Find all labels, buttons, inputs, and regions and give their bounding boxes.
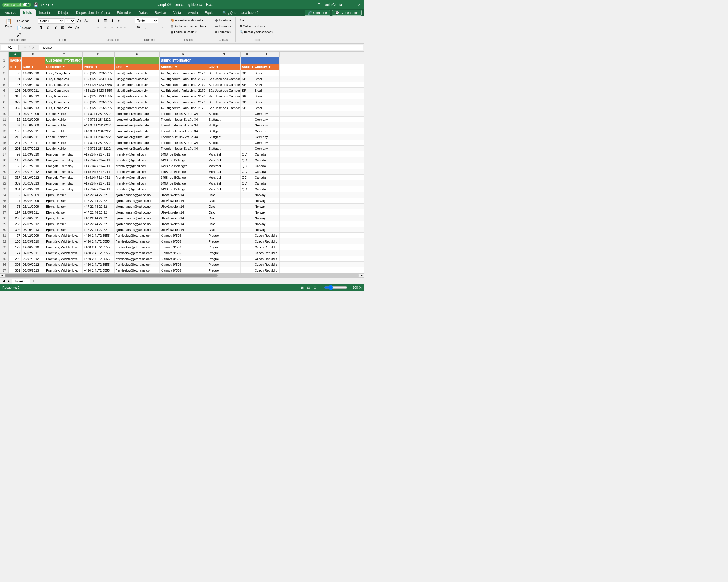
col-header-i[interactable]: I [254,52,280,57]
cell-id-36[interactable]: 306 [9,262,22,267]
cell-state-17[interactable]: QC [241,151,254,157]
cell-country-17[interactable]: Canada [254,151,280,157]
cell-id-18[interactable]: 110 [9,157,22,163]
cell-city-5[interactable]: São José dos Campos [207,82,241,87]
cell-a2[interactable]: Id ▼ [9,64,22,70]
cell-date-17[interactable]: 11/03/2010 [22,151,45,157]
cell-date-35[interactable]: 26/07/2012 [22,256,45,261]
share-button[interactable]: 🔗 Compartir [305,10,330,16]
cell-city-23[interactable]: Montréal [207,186,241,192]
cell-id-23[interactable]: 391 [9,186,22,192]
cell-phone-33[interactable]: +420 2 4172 5555 [83,244,114,250]
cell-phone-14[interactable]: +49 0711 2842222 [83,134,114,140]
cell-date-3[interactable]: 11/03/2010 [22,70,45,76]
cell-phone-7[interactable]: +55 (12) 3923-5555 [83,94,114,99]
cell-email-14[interactable]: leonekohler@surfeu.de [114,134,159,140]
cell-phone-35[interactable]: +420 2 4172 5555 [83,256,114,261]
comments-button[interactable]: 💬 Comentarios [332,10,362,16]
col-header-c[interactable]: C [45,52,83,57]
cell-phone-23[interactable]: +1 (514) 721-4711 [83,186,114,192]
cell-phone-19[interactable]: +1 (514) 721-4711 [83,163,114,169]
cell-phone-17[interactable]: +1 (514) 721-4711 [83,151,114,157]
font-size-selector[interactable]: 12 [65,18,75,24]
cell-address-7[interactable]: Av. Brigadeiro Faria Lima, 2170 [159,94,207,99]
tab-datos[interactable]: Datos [135,9,151,16]
tab-archivo[interactable]: Archivo [1,9,20,16]
cell-customer-32[interactable]: František, Wichterlová [45,238,83,244]
percent-button[interactable]: % [135,24,141,30]
cell-country-35[interactable]: Czech Republic [254,256,280,261]
col-header-h[interactable]: H [241,52,254,57]
confirm-formula-icon[interactable]: ✓ [28,46,30,50]
cell-country-34[interactable]: Czech Republic [254,250,280,256]
cell-id-13[interactable]: 196 [9,128,22,134]
cell-date-13[interactable]: 19/05/2011 [22,128,45,134]
cell-state-25[interactable] [241,198,254,203]
cell-address-10[interactable]: Theodor-Heuss-Straße 34 [159,111,207,116]
cell-address-32[interactable]: Klanova 9/506 [159,238,207,244]
cell-date-34[interactable]: 02/02/2011 [22,250,45,256]
cell-address-5[interactable]: Av. Brigadeiro Faria Lima, 2170 [159,82,207,87]
cell-address-34[interactable]: Klanova 9/506 [159,250,207,256]
cell-date-4[interactable]: 13/06/2010 [22,76,45,81]
cell-address-16[interactable]: Theodor-Heuss-Straße 34 [159,146,207,151]
cell-address-9[interactable]: Av. Brigadeiro Faria Lima, 2170 [159,105,207,110]
cell-customer-11[interactable]: Leonie, Köhler [45,117,83,122]
font-shrink-button[interactable]: A↓ [83,18,89,24]
cell-email-11[interactable]: leonekohler@surfeu.de [114,117,159,122]
cell-country-29[interactable]: Norway [254,221,280,227]
cell-city-28[interactable]: Oslo [207,215,241,221]
zoom-slider[interactable] [324,285,347,290]
cell-customer-30[interactable]: Bjørn, Hansen [45,227,83,232]
table-format-button[interactable]: ⊞ Dar formato como tabla ▾ [170,24,208,29]
save-icon[interactable]: 💾 [33,2,38,7]
cell-address-26[interactable]: Ullevålsveien 14 [159,204,207,209]
paste-button[interactable]: 📋 Pegar [3,18,14,29]
col-header-b[interactable]: B [22,52,45,57]
cell-email-27[interactable]: bjorn.hansen@yahoo.no [114,209,159,215]
cell-customer-31[interactable]: František, Wichterlová [45,233,83,238]
cell-email-24[interactable]: bjorn.hansen@yahoo.no [114,192,159,198]
cell-address-13[interactable]: Theodor-Heuss-Straße 34 [159,128,207,134]
cell-country-25[interactable]: Norway [254,198,280,203]
zoom-out-icon[interactable]: － [320,285,323,290]
cell-state-23[interactable]: QC [241,186,254,192]
align-bottom-button[interactable]: ⬇ [109,18,115,24]
cell-b2[interactable]: Date ▼ [22,64,45,70]
cell-date-8[interactable]: 07/12/2012 [22,99,45,105]
cell-customer-26[interactable]: Bjørn, Hansen [45,204,83,209]
nav-next-sheet-icon[interactable]: ▶ [6,279,11,283]
cell-phone-8[interactable]: +55 (12) 3923-5555 [83,99,114,105]
cell-city-13[interactable]: Stuttgart [207,128,241,134]
increase-indent-button[interactable]: ≡→ [123,25,129,30]
add-sheet-button[interactable]: ＋ [31,278,36,284]
filter-phone-icon[interactable]: ▼ [95,66,98,69]
cell-phone-10[interactable]: +49 0711 2842222 [83,111,114,116]
cell-id-31[interactable]: 77 [9,233,22,238]
cell-id-19[interactable]: 165 [9,163,22,169]
cell-d1[interactable] [83,57,114,64]
cell-address-14[interactable]: Theodor-Heuss-Straße 34 [159,134,207,140]
cell-email-9[interactable]: luisg@embraer.com.br [114,105,159,110]
cell-country-19[interactable]: Canada [254,163,280,169]
cell-city-36[interactable]: Prague [207,262,241,267]
cell-email-17[interactable]: ftremblay@gmail.com [114,151,159,157]
cell-id-27[interactable]: 197 [9,209,22,215]
cell-email-22[interactable]: ftremblay@gmail.com [114,180,159,186]
cell-phone-4[interactable]: +55 (12) 3923-5555 [83,76,114,81]
cell-address-36[interactable]: Klanova 9/506 [159,262,207,267]
cell-city-14[interactable]: Stuttgart [207,134,241,140]
cell-i2[interactable]: Country ▼ [254,64,280,70]
cell-customer-34[interactable]: František, Wichterlová [45,250,83,256]
cell-date-31[interactable]: 08/12/2009 [22,233,45,238]
cell-address-8[interactable]: Av. Brigadeiro Faria Lima, 2170 [159,99,207,105]
cell-date-15[interactable]: 23/11/2011 [22,140,45,145]
cell-address-30[interactable]: Ullevålsveien 14 [159,227,207,232]
tab-vista[interactable]: Vista [170,9,184,16]
cell-date-18[interactable]: 21/04/2010 [22,157,45,163]
cell-city-10[interactable]: Stuttgart [207,111,241,116]
cell-address-25[interactable]: Ullevålsveien 14 [159,198,207,203]
cell-country-16[interactable]: Germany [254,146,280,151]
cell-email-4[interactable]: luisg@embraer.com.br [114,76,159,81]
zoom-in-icon[interactable]: ＋ [348,285,352,290]
